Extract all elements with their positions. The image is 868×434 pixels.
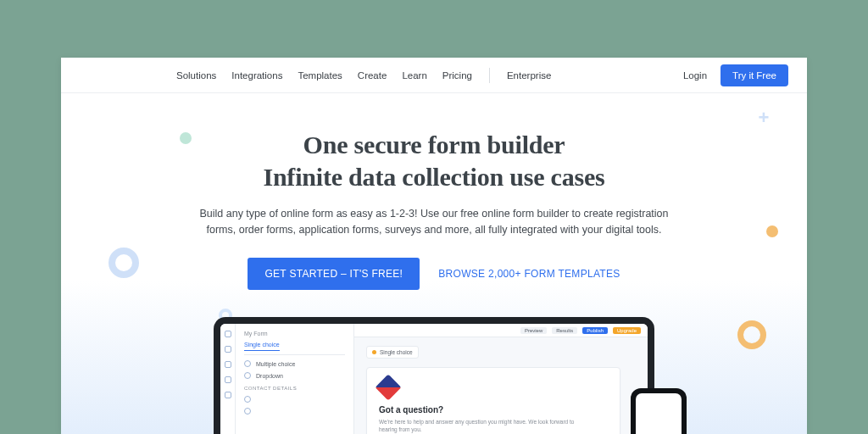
product-mock-phone <box>631 388 687 434</box>
mock-stage-chip-label: Single choice <box>380 349 413 355</box>
nav-solutions[interactable]: Solutions <box>176 70 216 81</box>
nav-integrations[interactable]: Integrations <box>231 70 282 81</box>
mock-stage-chip: Single choice <box>366 346 419 359</box>
mock-section-label: CONTACT DETAILS <box>244 386 345 391</box>
get-started-button[interactable]: GET STARTED – IT'S FREE! <box>248 258 420 290</box>
try-free-button[interactable]: Try it Free <box>721 64 788 86</box>
top-nav: Solutions Integrations Templates Create … <box>61 58 807 93</box>
hero-title-line2: Infinite data collection use cases <box>263 163 604 191</box>
page-card: Solutions Integrations Templates Create … <box>61 58 807 434</box>
mock-question-card: Got a question? We're here to help and a… <box>366 367 620 434</box>
mock-contact-row <box>244 408 345 415</box>
mock-topbar: Preview Results Publish Upgrade <box>354 324 648 337</box>
diamond-icon <box>375 374 401 400</box>
product-mock-screen: My Form Single choice Multiple choice Dr… <box>220 324 648 434</box>
hero-title: One secure form builder Infinite data co… <box>61 129 807 192</box>
login-link[interactable]: Login <box>683 70 707 81</box>
hero: One secure form builder Infinite data co… <box>61 93 807 290</box>
mock-option-dropdown: Dropdown <box>244 372 345 379</box>
dot-icon <box>372 350 376 354</box>
cta-row: GET STARTED – IT'S FREE! BROWSE 2,000+ F… <box>61 258 807 290</box>
mock-right-panel: Preview Results Publish Upgrade Single c… <box>354 324 648 434</box>
mock-left-panel: My Form Single choice Multiple choice Dr… <box>236 324 354 434</box>
mock-question-heading: Got a question? <box>379 405 608 415</box>
rail-icon <box>225 346 231 353</box>
nav-enterprise[interactable]: Enterprise <box>507 70 551 81</box>
mock-chip-results: Results <box>552 327 577 334</box>
mock-rail <box>220 324 236 434</box>
nav-pricing[interactable]: Pricing <box>442 70 472 81</box>
mock-form-title: My Form <box>244 331 345 337</box>
mock-option-multiple: Multiple choice <box>244 360 345 367</box>
browse-templates-link[interactable]: BROWSE 2,000+ FORM TEMPLATES <box>438 268 620 280</box>
mock-tab-row: Single choice <box>244 342 345 355</box>
mock-stage: Single choice Got a question? We're here… <box>354 337 648 434</box>
product-mock-phone-screen <box>636 393 682 434</box>
hero-subtitle: Build any type of online form as easy as… <box>197 206 671 239</box>
mock-tab-single-choice: Single choice <box>244 342 280 351</box>
mock-contact-row <box>244 396 345 403</box>
nav-left: Solutions Integrations Templates Create … <box>176 68 551 83</box>
product-mock-laptop: My Form Single choice Multiple choice Dr… <box>214 317 654 434</box>
mock-question-body: We're here to help and answer any questi… <box>379 418 582 433</box>
rail-icon <box>225 392 231 398</box>
nav-create[interactable]: Create <box>358 70 387 81</box>
mock-chip-publish: Publish <box>582 327 608 334</box>
nav-learn[interactable]: Learn <box>402 70 426 81</box>
nav-separator <box>489 68 490 83</box>
hero-title-line1: One secure form builder <box>303 131 565 159</box>
rail-icon <box>225 331 231 337</box>
mock-option-multiple-label: Multiple choice <box>256 361 295 367</box>
mock-chip-upgrade: Upgrade <box>613 327 641 334</box>
mock-option-dropdown-label: Dropdown <box>256 373 283 379</box>
nav-templates[interactable]: Templates <box>298 70 342 81</box>
rail-icon <box>225 361 231 368</box>
nav-right: Login Try it Free <box>683 64 788 86</box>
mock-chip-preview: Preview <box>520 327 547 334</box>
rail-icon <box>225 376 231 383</box>
